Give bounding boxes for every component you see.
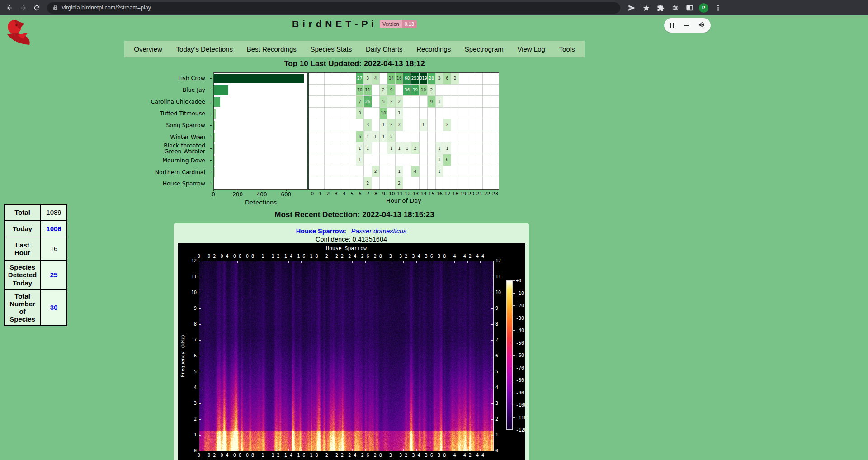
species-label: Carolina Chickadee [149, 96, 209, 108]
spectrogram-freq-tick: 9 [495, 306, 511, 311]
menu-kebab-icon[interactable] [712, 2, 724, 14]
heatmap-cell [459, 85, 467, 96]
heatmap-cell: 6 [443, 73, 451, 85]
heatmap-cell [491, 96, 499, 108]
heatmap-cell: 1 [396, 166, 403, 178]
heatmap-cell [467, 96, 475, 108]
heatmap-cell: 253 [411, 73, 420, 85]
heatmap-cell [309, 142, 316, 154]
spectrogram-time-tick: 2·8 [371, 254, 385, 259]
heatmap-cell [451, 177, 459, 189]
spectrogram-time-tick: 0·2 [205, 254, 218, 259]
spectrogram-time-tick: 3·8 [435, 453, 448, 458]
heatmap-cell: 1 [372, 131, 380, 143]
heatmap-cell [348, 119, 356, 131]
heatmap-cell: 27 [356, 73, 364, 85]
spectrogram-time-tick: 3·4 [410, 453, 423, 458]
heatmap-cell: 6 [443, 154, 451, 166]
heatmap-cell [491, 142, 499, 154]
profile-avatar[interactable]: P [699, 3, 708, 13]
heatmap-cell: 3 [356, 108, 364, 119]
hour-axis-label: Hour of Day [359, 197, 449, 204]
nav-item-today-s-detections[interactable]: Today's Detections [176, 45, 233, 53]
heatmap-cell [451, 96, 459, 108]
heatmap-cell: 2 [443, 119, 451, 131]
send-icon[interactable] [626, 2, 637, 14]
colorbar-tick: -100 [516, 403, 525, 408]
spectrogram-time-tick: 1·6 [294, 453, 308, 458]
bookmark-star-icon[interactable] [640, 2, 652, 14]
nav-item-spectrogram[interactable]: Spectrogram [465, 45, 504, 53]
player-scrubber[interactable] [684, 25, 689, 26]
heatmap-cell [483, 131, 491, 143]
stat-value-link[interactable]: 1006 [46, 225, 61, 232]
heatmap-cell [491, 154, 499, 166]
pause-icon[interactable] [670, 23, 674, 28]
heatmap-cell [443, 108, 451, 119]
hour-axis-tick: 17 [443, 191, 452, 197]
heatmap-cell: 2 [396, 177, 403, 189]
heatmap-cell [451, 108, 459, 119]
site-info-lock-icon[interactable] [52, 5, 58, 11]
species-label: Winter Wren [149, 131, 209, 142]
heatmap-cell [428, 166, 435, 178]
stats-row: Total Number of Species30 [4, 289, 67, 326]
nav-item-overview[interactable]: Overview [134, 45, 162, 53]
nav-item-species-stats[interactable]: Species Stats [310, 45, 352, 53]
species-label: Black-throated Green Warbler [149, 142, 209, 154]
confidence-text: Confidence: 0.41351604 [174, 236, 529, 243]
forward-icon[interactable] [17, 2, 29, 14]
heatmap-cell: 2 [451, 73, 459, 85]
nav-item-best-recordings[interactable]: Best Recordings [247, 45, 297, 53]
heatmap-cell [309, 73, 316, 85]
species-common-name-link[interactable]: House Sparrow: [296, 228, 346, 235]
heatmap-cell [325, 96, 332, 108]
reload-icon[interactable] [31, 2, 42, 14]
volume-icon[interactable] [698, 21, 705, 30]
extensions-puzzle-icon[interactable] [655, 2, 666, 14]
equalizer-icon[interactable] [669, 2, 681, 14]
stat-value-link[interactable]: 30 [50, 304, 58, 311]
spectrogram-freq-tick: 9 [181, 306, 197, 311]
nav-item-recordings[interactable]: Recordings [416, 45, 451, 53]
heatmap-cell: 4 [411, 166, 420, 178]
side-panel-icon[interactable] [684, 2, 695, 14]
hour-axis-tick: 18 [451, 191, 459, 197]
nav-item-daily-charts[interactable]: Daily Charts [366, 45, 403, 53]
species-scientific-name-link[interactable]: Passer domesticus [351, 228, 407, 235]
spectrogram-time-tick: 1·6 [294, 254, 308, 259]
spectrogram-time-tick: 2·6 [359, 453, 372, 458]
heatmap-cell: 9 [387, 85, 395, 96]
heatmap-cell [332, 154, 340, 166]
heatmap-cell [332, 166, 340, 178]
stat-value-link[interactable]: 25 [50, 271, 58, 279]
heatmap-cell [459, 96, 467, 108]
heatmap-cell [380, 142, 387, 154]
spectrogram-freq-tick: 11 [181, 274, 197, 279]
version-label: Version [380, 20, 402, 28]
hour-axis-tick: 11 [396, 191, 404, 197]
heatmap-cell [387, 166, 395, 178]
heatmap-cell: 26 [364, 96, 372, 108]
spectrogram-time-tick: 4·4 [473, 254, 487, 259]
spectrogram-time-tick: 0·4 [218, 254, 231, 259]
heatmap-cell [420, 131, 428, 143]
heatmap-cell [348, 108, 356, 119]
back-icon[interactable] [4, 2, 15, 14]
heatmap-cell [340, 119, 348, 131]
heatmap-cell [340, 154, 348, 166]
heatmap-cell [380, 73, 387, 85]
spectrogram-freq-tick: 6 [495, 353, 511, 358]
heatmap-cell [332, 119, 340, 131]
nav-item-view-log[interactable]: View Log [517, 45, 545, 53]
address-bar[interactable]: virginia.birdnetpi.com/?stream=play [47, 2, 620, 14]
nav-item-tools[interactable]: Tools [559, 45, 575, 53]
heatmap-cell: 16 [396, 73, 403, 85]
spectrogram-time-tick: 3·2 [396, 453, 410, 458]
heatmap-cell: 1 [403, 142, 411, 154]
heatmap-cell [316, 166, 324, 178]
heatmap-cell [451, 131, 459, 143]
heatmap-cell [364, 154, 372, 166]
audio-player[interactable] [664, 18, 711, 33]
heatmap-cell [372, 177, 380, 189]
